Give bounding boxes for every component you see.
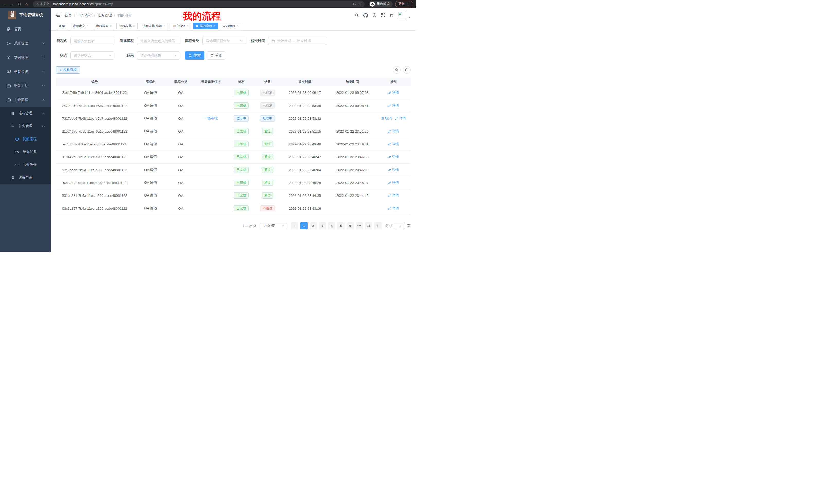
password-key-icon[interactable] (353, 2, 356, 6)
close-icon[interactable]: × (110, 24, 111, 27)
chevron-down-icon (42, 57, 45, 58)
github-icon[interactable] (363, 13, 368, 18)
close-icon[interactable]: × (213, 24, 215, 27)
sidebar-item-devtools[interactable]: 研发工具 (0, 79, 51, 93)
page-button[interactable]: 11 (365, 222, 372, 229)
goto-page-input[interactable] (395, 222, 405, 229)
reset-button[interactable]: 重置 (207, 51, 226, 60)
detail-link[interactable]: 详情 (388, 103, 399, 108)
detail-link[interactable]: 详情 (388, 193, 399, 198)
avatar-caret-icon[interactable]: ▾ (409, 16, 410, 19)
start-process-button[interactable]: + 发起流程 (56, 66, 80, 74)
bookmark-star-icon[interactable]: ☆ (358, 2, 362, 6)
eye-closed-icon (15, 163, 19, 167)
page-button[interactable]: 3 (319, 222, 326, 229)
close-icon[interactable]: × (87, 24, 88, 27)
result-badge: 已取消 (260, 103, 275, 109)
sidebar-item-done-tasks[interactable]: 已办任务 (0, 158, 51, 171)
detail-link[interactable]: 详情 (395, 116, 406, 121)
search-button[interactable]: 搜索 (185, 51, 204, 60)
filter-label-status: 状态 (56, 53, 71, 58)
breadcrumb-workflow[interactable]: 工作流程 (77, 13, 92, 18)
sidebar-item-label: 请假查询 (19, 175, 51, 180)
sidebar-item-label: 我的流程 (23, 137, 51, 141)
prev-page-button[interactable]: ‹ (291, 222, 298, 229)
result-select[interactable]: 请选择流结果 (137, 51, 179, 60)
chrome-update-button[interactable]: 更新 ⋮ (395, 1, 413, 7)
detail-link[interactable]: 详情 (388, 129, 399, 134)
close-icon[interactable]: × (187, 24, 188, 27)
tab-process-form[interactable]: 流程表单× (116, 23, 137, 29)
table-row: 03c6c157-7b9a-11ec-a290-acde48001122OA 请… (56, 202, 411, 215)
breadcrumb-task-management[interactable]: 任务管理 (98, 13, 112, 18)
table-row: 331bc281-7b9a-11ec-a290-acde48001122OA 请… (56, 189, 411, 202)
sidebar-item-my-process[interactable]: 我的流程 (0, 133, 51, 145)
sidebar-item-infrastructure[interactable]: 基础设施 (0, 64, 51, 79)
sidebar-item-todo-tasks[interactable]: 待办任务 (0, 145, 51, 158)
sidebar-item-leave-query[interactable]: 请假查询 (0, 171, 51, 184)
breadcrumb-current: 我的流程 (118, 13, 132, 18)
detail-link[interactable]: 详情 (388, 206, 399, 211)
browser-reload-icon[interactable]: ↻ (17, 2, 22, 6)
breadcrumb-home[interactable]: 首页 (64, 13, 72, 18)
page-size-select[interactable]: 10条/页 (261, 222, 286, 229)
sidebar-item-system[interactable]: 系统管理 (0, 36, 51, 50)
page-button[interactable]: 4 (328, 222, 335, 229)
more-pages-button[interactable]: ••• (356, 222, 363, 229)
page-button[interactable]: 2 (310, 222, 317, 229)
help-icon[interactable] (372, 13, 377, 18)
browser-forward-icon[interactable]: → (10, 2, 15, 6)
page-button[interactable]: 1 (300, 222, 308, 229)
filter-label-parent: 所属流程 (120, 38, 137, 43)
close-icon[interactable]: × (163, 24, 165, 27)
sidebar-item-workflow[interactable]: 工作流程 (0, 93, 51, 107)
browser-back-icon[interactable]: ← (3, 2, 7, 6)
security-warning[interactable]: ⚠ 不安全 (36, 2, 49, 6)
chevron-down-icon (42, 85, 45, 87)
sidebar-item-task-management[interactable]: 任务管理 (0, 120, 51, 133)
tab-process-model[interactable]: 流程模型× (93, 23, 114, 29)
avatar[interactable] (397, 11, 406, 20)
table-row: 7317cec6-7b9b-11ec-b5b7-acde48001122OA 请… (56, 112, 411, 125)
close-icon[interactable]: × (133, 24, 135, 27)
sidebar-item-label: 已办任务 (23, 162, 51, 167)
detail-link[interactable]: 详情 (388, 167, 399, 172)
status-select[interactable]: 请选择状态 (71, 51, 114, 60)
sidebar-item-payment[interactable]: ¥ 支付管理 (0, 50, 51, 64)
browser-menu-icon[interactable]: ⋮ (407, 2, 410, 6)
detail-link[interactable]: 详情 (388, 180, 399, 185)
page-button[interactable]: 5 (337, 222, 344, 229)
sidebar-item-label: 首页 (14, 27, 51, 32)
close-icon[interactable]: × (237, 24, 238, 27)
tab-my-process[interactable]: 我的流程× (193, 23, 218, 29)
task-link[interactable]: 一级审批 (204, 116, 218, 120)
address-bar[interactable]: ⚠ 不安全 dashboard.yudao.iocoder.cn/bpm/tas… (33, 1, 365, 7)
tab-process-form-edit[interactable]: 流程表单-编辑× (139, 23, 168, 29)
next-page-button[interactable]: › (374, 222, 382, 229)
search-icon[interactable] (355, 13, 359, 18)
browser-home-icon[interactable]: ⌂ (24, 2, 29, 6)
detail-link[interactable]: 详情 (388, 90, 399, 95)
eye-icon (15, 150, 19, 154)
cancel-link[interactable]: 取消 (381, 116, 392, 121)
detail-link[interactable]: 详情 (388, 142, 399, 146)
tab-user-group[interactable]: 用户分组× (170, 23, 191, 29)
tab-start-process[interactable]: 发起流程× (220, 23, 241, 29)
fullscreen-icon[interactable] (381, 13, 385, 18)
submit-time-range-picker[interactable]: 开始日期 - 结束日期 (268, 37, 327, 45)
process-name-input[interactable] (71, 37, 114, 45)
font-size-icon[interactable]: tT (390, 13, 393, 18)
category-select[interactable]: 请选择流程分类 (202, 37, 245, 45)
refresh-button[interactable] (403, 66, 411, 74)
detail-link[interactable]: 详情 (388, 155, 399, 159)
sidebar-item-process-management[interactable]: 流程管理 (0, 107, 51, 120)
tab-process-definition[interactable]: 流程定义× (70, 23, 91, 29)
tab-home[interactable]: 首页 (56, 23, 68, 29)
page-button[interactable]: 6 (346, 222, 354, 229)
briefcase-icon (6, 98, 11, 102)
plus-icon: + (60, 68, 62, 72)
sidebar-item-home[interactable]: 首页 (0, 22, 51, 36)
collapse-sidebar-icon[interactable] (55, 13, 60, 18)
show-search-toggle-button[interactable] (393, 66, 400, 74)
parent-process-input[interactable] (137, 37, 179, 45)
